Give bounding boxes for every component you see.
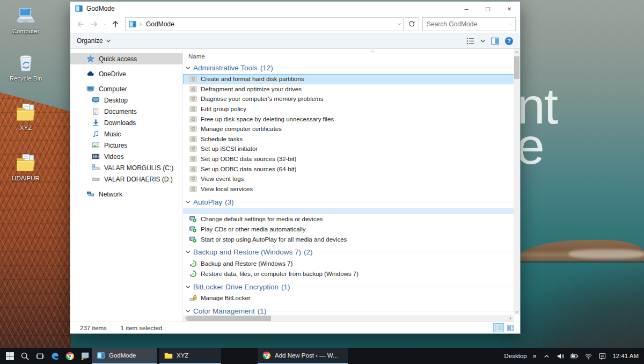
desktop-monitor-icon bbox=[92, 96, 100, 104]
close-button[interactable]: × bbox=[499, 2, 520, 16]
videos-icon bbox=[92, 152, 100, 161]
file-item-schedule-tasks[interactable]: Schedule tasks bbox=[183, 134, 520, 144]
help-icon[interactable]: ? bbox=[504, 37, 514, 46]
file-item-manage-bitlocker[interactable]: Manage BitLocker bbox=[183, 293, 520, 303]
sidebar-item-documents[interactable]: Documents bbox=[70, 106, 182, 117]
scroll-up-icon[interactable] bbox=[514, 49, 520, 55]
wallpaper-bridge bbox=[0, 92, 71, 364]
file-item-play-cds-or-other-media-automatically[interactable]: Play CDs or other media automatically bbox=[183, 224, 520, 235]
group-rule bbox=[239, 202, 519, 202]
forward-icon[interactable] bbox=[89, 19, 99, 29]
file-item-edit-group-policy[interactable]: Edit group policy bbox=[183, 104, 520, 114]
shortcut-button[interactable] bbox=[77, 348, 92, 364]
address-dropdown-icon[interactable] bbox=[397, 21, 402, 27]
file-item-set-up-odbc-data-sources-32-bit[interactable]: Set up ODBC data sources (32-bit) bbox=[183, 154, 520, 164]
details-view-button[interactable] bbox=[493, 323, 504, 332]
refresh-button[interactable] bbox=[405, 17, 419, 31]
sidebar-item-valar-dohaeris-d[interactable]: VALAR DOHAERIS (D:) bbox=[70, 173, 182, 185]
file-item-defragment-and-optimize-your-drives[interactable]: Defragment and optimize your drives bbox=[183, 84, 520, 94]
search-input[interactable] bbox=[423, 20, 510, 28]
file-item-set-up-iscsi-initiator[interactable]: Set up iSCSI initiator bbox=[183, 144, 520, 154]
history-chevron-icon[interactable] bbox=[102, 19, 107, 29]
file-item-view-event-logs[interactable]: View event logs bbox=[183, 174, 520, 184]
group-count: (3) bbox=[225, 198, 234, 206]
gear-task-icon bbox=[189, 145, 197, 152]
file-item-backup-and-restore-windows-7[interactable]: Backup and Restore (Windows 7) bbox=[183, 259, 520, 269]
preview-pane-icon[interactable] bbox=[491, 37, 500, 46]
breadcrumb[interactable]: GodMode bbox=[146, 20, 396, 28]
gear-task-icon bbox=[189, 175, 197, 183]
taskbar-button-add-new-post-w[interactable]: Add New Post ‹ — W... bbox=[258, 348, 348, 364]
file-item-start-or-stop-using-autoplay-for-all-med[interactable]: Start or stop using AutoPlay for all med… bbox=[183, 234, 520, 244]
sidebar-item-pictures[interactable]: Pictures bbox=[70, 140, 182, 151]
sidebar-item-downloads[interactable]: Downloads bbox=[70, 117, 182, 128]
volume-button[interactable] bbox=[557, 352, 565, 360]
clock[interactable]: 12:41 AM bbox=[612, 353, 639, 359]
vertical-scrollbar-thumb[interactable] bbox=[514, 56, 519, 79]
chrome-icon bbox=[65, 352, 75, 361]
file-item-diagnose-your-computer-s-memory-problems[interactable]: Diagnose your computer's memory problems bbox=[183, 94, 520, 104]
sidebar-item-label: VALAR DOHAERIS (D:) bbox=[104, 176, 173, 183]
items-count: 237 items bbox=[80, 325, 107, 331]
group-header-bitlocker-drive-encryption[interactable]: BitLocker Drive Encryption(1) bbox=[183, 280, 520, 293]
desktop-icon-recycle-bin[interactable]: Recycle Bin bbox=[1, 53, 50, 82]
chrome-button[interactable] bbox=[62, 348, 77, 364]
sidebar-item-computer[interactable]: Computer bbox=[70, 83, 182, 94]
column-header-name[interactable]: Name bbox=[183, 49, 520, 60]
change-view-icon[interactable] bbox=[466, 37, 475, 46]
view-dropdown-icon[interactable] bbox=[480, 38, 486, 44]
file-item-change-default-settings-for-media-or-dev[interactable]: Change default settings for media or dev… bbox=[183, 214, 520, 224]
minimize-button[interactable]: – bbox=[456, 2, 477, 16]
address-bar[interactable]: GodMode bbox=[125, 17, 404, 31]
scroll-down-icon[interactable] bbox=[514, 309, 520, 315]
organize-button[interactable]: Organize bbox=[77, 37, 112, 45]
sidebar-item-onedrive[interactable]: OneDrive bbox=[70, 68, 182, 79]
vertical-scrollbar[interactable] bbox=[514, 49, 520, 315]
title-bar[interactable]: GodMode – □ × bbox=[70, 2, 520, 16]
desktop-toolbar-label[interactable]: Desktop bbox=[504, 353, 527, 359]
taskbar-button-xyz[interactable]: XYZ bbox=[159, 348, 221, 364]
file-item-manage-computer-certificates[interactable]: Manage computer certificates bbox=[183, 124, 520, 134]
sidebar-item-desktop[interactable]: Desktop bbox=[70, 94, 182, 106]
battery-button[interactable] bbox=[570, 352, 579, 360]
desktop-icon-xyz[interactable]: XYZ bbox=[1, 102, 50, 131]
group-title: Color Management bbox=[193, 307, 255, 315]
drive-os-icon bbox=[92, 164, 100, 172]
edge-button[interactable] bbox=[47, 348, 62, 364]
up-icon[interactable] bbox=[111, 19, 120, 29]
sidebar-item-valar-morgulis-c[interactable]: VALAR MORGULIS (C:) bbox=[70, 162, 182, 173]
back-icon[interactable] bbox=[76, 19, 86, 29]
hiddens-chevron-icon-button[interactable] bbox=[543, 352, 551, 360]
file-item-create-and-format-hard-disk-partitions[interactable]: Create and format hard disk partitions bbox=[183, 74, 520, 84]
group-highlight-band bbox=[183, 208, 520, 214]
thumbnails-view-button[interactable] bbox=[505, 323, 516, 332]
file-item-view-local-services[interactable]: View local services bbox=[183, 184, 520, 194]
sidebar-item-network[interactable]: Network bbox=[70, 188, 182, 200]
file-item-set-up-odbc-data-sources-64-bit[interactable]: Set up ODBC data sources (64-bit) bbox=[183, 164, 520, 174]
toolbar-overflow-chevrons[interactable]: » bbox=[533, 352, 537, 360]
file-item-label: Manage BitLocker bbox=[201, 295, 251, 301]
action-center-button[interactable] bbox=[598, 352, 606, 360]
horizontal-scrollbar-thumb[interactable] bbox=[187, 316, 271, 321]
file-item-free-up-disk-space-by-deleting-unnecessa[interactable]: Free up disk space by deleting unnecessa… bbox=[183, 114, 520, 124]
search-box[interactable] bbox=[422, 17, 516, 31]
scroll-right-icon[interactable] bbox=[507, 315, 514, 322]
maximize-button[interactable]: □ bbox=[477, 2, 499, 16]
start-button[interactable] bbox=[2, 348, 17, 364]
desktop-icon-computer[interactable]: Computer bbox=[1, 5, 50, 34]
task-view-button[interactable] bbox=[32, 348, 47, 364]
horizontal-scrollbar[interactable] bbox=[183, 315, 514, 322]
file-item-label: Set up ODBC data sources (64-bit) bbox=[201, 166, 296, 172]
sidebar-item-music[interactable]: Music bbox=[70, 128, 182, 140]
taskbar-search-button[interactable] bbox=[17, 348, 32, 364]
sidebar-item-videos[interactable]: Videos bbox=[70, 151, 182, 162]
desktop-icon-udaipur[interactable]: UDAIPUR bbox=[1, 152, 50, 181]
group-header-backup-and-restore-windows-7[interactable]: Backup and Restore (Windows 7)(2) bbox=[183, 246, 520, 259]
sidebar-item-quick-access[interactable]: Quick access bbox=[70, 53, 182, 64]
taskbar-button-godmode[interactable]: GodMode bbox=[92, 348, 157, 364]
file-item-restore-data-files-or-computer-from-back[interactable]: Restore data, files, or computer from ba… bbox=[183, 269, 520, 279]
wifi-button[interactable] bbox=[584, 352, 592, 360]
godmode-icon bbox=[75, 4, 83, 13]
group-header-administrative-tools[interactable]: Administrative Tools(12) bbox=[183, 61, 520, 74]
group-header-autoplay[interactable]: AutoPlay(3) bbox=[183, 195, 520, 208]
